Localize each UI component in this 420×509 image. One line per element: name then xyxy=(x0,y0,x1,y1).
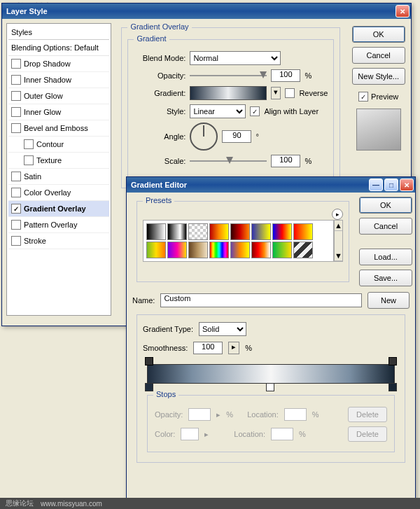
style-row-gradient-overlay[interactable]: Gradient Overlay xyxy=(8,201,109,217)
color-stop-2[interactable] xyxy=(266,383,274,391)
style-checkbox[interactable] xyxy=(11,172,21,181)
close-icon[interactable]: ✕ xyxy=(396,5,410,18)
gradient-editor-dialog: Gradient Editor — □ ✕ Presets ▸ ▲▼ OK Ca… xyxy=(126,176,416,507)
scroll-down-icon: ▼ xyxy=(335,251,342,261)
style-label: Outer Glow xyxy=(24,92,63,100)
style-checkbox[interactable] xyxy=(11,204,21,214)
style-label: Contour xyxy=(36,140,64,148)
style-checkbox[interactable] xyxy=(11,75,21,85)
angle-value[interactable]: 90 xyxy=(222,130,251,143)
ok-button[interactable]: OK xyxy=(359,197,412,214)
preset-swatch[interactable] xyxy=(146,242,166,258)
presets-label: Presets xyxy=(143,196,174,204)
maximize-icon[interactable]: □ xyxy=(384,179,398,191)
preview-checkbox[interactable] xyxy=(358,92,368,102)
opacity-slider[interactable] xyxy=(190,71,267,81)
gradient-type-select[interactable]: Solid xyxy=(199,322,246,336)
style-checkbox[interactable] xyxy=(11,188,21,197)
preset-swatch[interactable] xyxy=(146,223,166,240)
gradient-bar[interactable] xyxy=(147,364,395,384)
presets-flyout-icon[interactable]: ▸ xyxy=(332,209,343,220)
opacity-stop-left[interactable] xyxy=(145,357,153,365)
gradient-type-label: Gradient Type: xyxy=(143,325,193,333)
style-checkbox[interactable] xyxy=(11,107,21,117)
blending-options-row[interactable]: Blending Options: Default xyxy=(8,40,109,56)
stop-color-label: Color: xyxy=(155,430,175,438)
style-checkbox[interactable] xyxy=(11,220,21,230)
close-icon[interactable]: ✕ xyxy=(400,179,414,191)
stop-color-swatch xyxy=(181,428,199,440)
cancel-button[interactable]: Cancel xyxy=(352,47,405,64)
preset-swatch[interactable] xyxy=(293,242,313,258)
style-checkbox[interactable] xyxy=(24,139,34,149)
style-row-inner-shadow[interactable]: Inner Shadow xyxy=(8,72,109,88)
style-row-color-overlay[interactable]: Color Overlay xyxy=(8,185,109,201)
name-label: Name: xyxy=(132,296,155,305)
style-row-satin[interactable]: Satin xyxy=(8,169,109,185)
preset-swatch[interactable] xyxy=(251,242,271,258)
scale-slider[interactable] xyxy=(190,156,267,166)
save-button[interactable]: Save... xyxy=(359,270,412,286)
preset-swatch[interactable] xyxy=(230,223,250,240)
group-title: Gradient xyxy=(134,34,169,43)
cancel-button[interactable]: Cancel xyxy=(359,218,412,235)
opacity-label: Opacity: xyxy=(134,71,186,80)
style-row-contour[interactable]: Contour xyxy=(8,137,109,153)
gradient-group: Gradient Blend Mode: Normal Opacity: 100… xyxy=(127,39,334,178)
load-button[interactable]: Load... xyxy=(359,249,412,265)
preset-swatch[interactable] xyxy=(272,223,292,240)
styles-header[interactable]: Styles xyxy=(8,25,109,40)
style-label: Color Overlay xyxy=(24,188,71,197)
opacity-stop-right[interactable] xyxy=(388,357,397,365)
preset-swatch[interactable] xyxy=(209,223,229,240)
preset-swatch[interactable] xyxy=(209,242,229,258)
gradient-picker[interactable] xyxy=(190,86,267,100)
new-button[interactable]: New xyxy=(368,292,410,309)
style-row-bevel-and-emboss[interactable]: Bevel and Emboss xyxy=(8,120,109,137)
ok-button[interactable]: OK xyxy=(352,26,405,43)
scale-value[interactable]: 100 xyxy=(271,155,300,167)
style-row-pattern-overlay[interactable]: Pattern Overlay xyxy=(8,217,109,233)
style-select[interactable]: Linear xyxy=(190,104,246,118)
opacity-value[interactable]: 100 xyxy=(271,69,300,82)
scrollbar[interactable]: ▲▼ xyxy=(334,220,343,262)
dialog-title: Layer Style xyxy=(6,7,48,15)
style-checkbox[interactable] xyxy=(24,155,34,165)
chevron-right-icon[interactable]: ▸ xyxy=(228,342,239,354)
style-checkbox[interactable] xyxy=(11,123,21,133)
stop-opacity-input xyxy=(188,408,211,421)
gradient-editor-titlebar[interactable]: Gradient Editor — □ ✕ xyxy=(127,177,415,193)
preset-swatch[interactable] xyxy=(188,242,208,258)
preset-swatch[interactable] xyxy=(251,223,271,240)
color-stop-1[interactable] xyxy=(145,383,153,391)
color-stop-3[interactable] xyxy=(388,383,397,391)
style-label: Texture xyxy=(36,156,62,165)
layer-style-titlebar[interactable]: Layer Style ✕ xyxy=(2,4,411,19)
style-row-texture[interactable]: Texture xyxy=(8,153,109,169)
preset-swatch[interactable] xyxy=(272,242,292,258)
style-checkbox[interactable] xyxy=(11,91,21,101)
chevron-down-icon[interactable]: ▾ xyxy=(271,87,281,99)
style-row-drop-shadow[interactable]: Drop Shadow xyxy=(8,56,109,72)
style-checkbox[interactable] xyxy=(11,59,21,69)
minimize-icon[interactable]: — xyxy=(369,179,383,191)
align-checkbox[interactable] xyxy=(250,106,260,116)
style-row-outer-glow[interactable]: Outer Glow xyxy=(8,88,109,104)
align-label: Align with Layer xyxy=(264,107,318,116)
reverse-checkbox[interactable] xyxy=(285,88,295,98)
preset-swatch[interactable] xyxy=(167,223,187,240)
name-input[interactable]: Custom xyxy=(160,293,362,307)
delete-color-stop-button: Delete xyxy=(348,426,387,442)
new-style-button[interactable]: New Style... xyxy=(352,68,405,85)
style-row-stroke[interactable]: Stroke xyxy=(8,233,109,249)
smoothness-value[interactable]: 100 xyxy=(193,342,223,354)
preset-swatch[interactable] xyxy=(188,223,208,240)
preset-swatch[interactable] xyxy=(293,223,313,240)
blend-mode-select[interactable]: Normal xyxy=(190,51,281,65)
style-row-inner-glow[interactable]: Inner Glow xyxy=(8,104,109,120)
angle-dial[interactable] xyxy=(190,123,218,151)
style-checkbox[interactable] xyxy=(11,236,21,246)
preset-swatch[interactable] xyxy=(230,242,250,258)
stops-label: Stops xyxy=(153,390,178,398)
preset-swatch[interactable] xyxy=(167,242,187,258)
